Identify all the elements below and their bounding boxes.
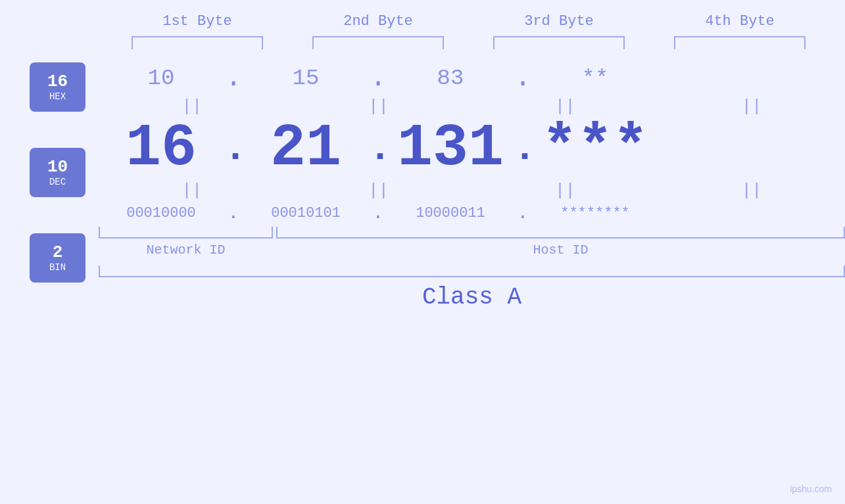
eq1-b4: ||	[679, 97, 824, 116]
bin-b2: 00010101	[243, 205, 368, 221]
eq1-b3: ||	[493, 97, 637, 116]
dot-hex-1: .	[224, 62, 243, 94]
dot-hex-2: .	[368, 62, 388, 94]
bin-badge-num: 2	[53, 243, 63, 262]
bin-b4: ********	[533, 205, 658, 221]
dot-hex-3: .	[513, 62, 533, 94]
hex-row: 10 . 15 . 83 . **	[99, 62, 845, 94]
top-brackets	[107, 36, 831, 49]
big-bottom-bracket	[99, 265, 845, 277]
dec-b1: 16	[99, 119, 224, 178]
eq2-b2: ||	[306, 181, 451, 200]
dot-dec-1: .	[224, 126, 243, 171]
dot-bin-1: .	[224, 203, 243, 223]
badge-column: 16 HEX 10 DEC 2 BIN	[30, 62, 85, 311]
bin-row: 00010000 . 00010101 . 10000011 . *******…	[99, 203, 845, 223]
bracket-host	[276, 227, 845, 239]
byte3-header: 3rd Byte	[487, 13, 631, 30]
class-label: Class A	[99, 284, 845, 311]
bracket-network	[99, 227, 273, 239]
equals-row-1: || || || ||	[99, 97, 845, 116]
dec-badge-type: DEC	[49, 177, 66, 187]
byte1-header: 1st Byte	[125, 13, 270, 30]
hex-badge-type: HEX	[49, 91, 66, 102]
bin-badge-type: BIN	[49, 262, 66, 273]
eq2-b1: ||	[120, 181, 264, 200]
dec-b3: 131	[388, 119, 513, 178]
hex-b2: 15	[243, 66, 368, 91]
dot-bin-3: .	[513, 203, 533, 223]
hex-b3: 83	[388, 66, 513, 91]
dec-badge-num: 10	[47, 158, 68, 177]
byte2-header: 2nd Byte	[306, 13, 450, 30]
byte4-header: 4th Byte	[667, 13, 812, 30]
network-id-label: Network ID	[99, 242, 273, 258]
dot-dec-2: .	[368, 126, 388, 171]
bottom-sub-brackets	[99, 227, 845, 239]
main-container: 1st Byte 2nd Byte 3rd Byte 4th Byte 16 H…	[0, 0, 845, 504]
bin-b3: 10000011	[388, 205, 513, 221]
hex-badge-num: 16	[47, 72, 68, 91]
data-rows-wrapper: 10 . 15 . 83 . ** || || || ||	[99, 62, 845, 311]
host-id-label: Host ID	[276, 242, 845, 258]
dec-b2: 21	[243, 119, 368, 178]
main-data-area: 16 HEX 10 DEC 2 BIN 10 . 15 . 83	[30, 62, 845, 311]
bracket-byte4	[674, 36, 806, 49]
hex-badge: 16 HEX	[30, 62, 85, 112]
bracket-byte3	[493, 36, 625, 49]
dec-badge: 10 DEC	[30, 148, 85, 197]
eq2-b3: ||	[493, 181, 637, 200]
bin-b1: 00010000	[99, 205, 224, 221]
equals-row-2: || || || ||	[99, 181, 845, 200]
dec-row: 16 . 21 . 131 . ***	[99, 119, 845, 178]
eq1-b1: ||	[120, 97, 264, 116]
dec-b4: ***	[533, 119, 658, 178]
hex-b4: **	[533, 66, 658, 91]
byte-headers: 1st Byte 2nd Byte 3rd Byte 4th Byte	[107, 13, 831, 30]
bin-badge: 2 BIN	[30, 233, 85, 283]
dot-bin-2: .	[368, 203, 388, 223]
id-labels-row: Network ID Host ID	[99, 242, 845, 258]
eq1-b2: ||	[306, 97, 451, 116]
hex-b1: 10	[99, 66, 224, 91]
bracket-byte2	[312, 36, 444, 49]
watermark: ipshu.com	[790, 484, 832, 494]
bracket-byte1	[132, 36, 263, 49]
eq2-b4: ||	[679, 181, 824, 200]
dot-dec-3: .	[513, 126, 533, 171]
